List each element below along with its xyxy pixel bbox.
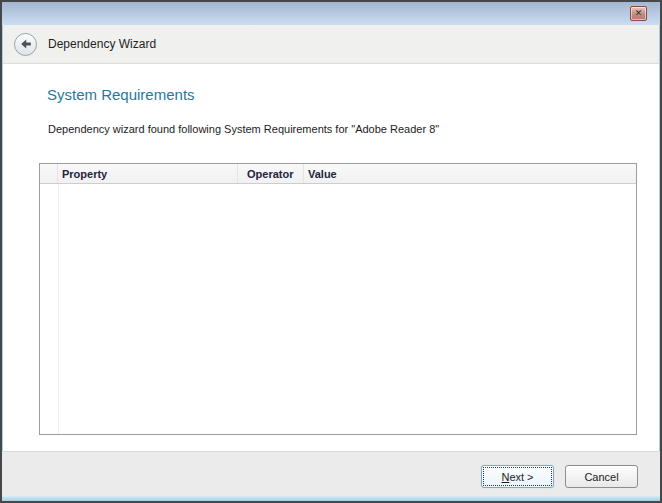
table-header-value[interactable]: Value (304, 164, 636, 183)
table-header-row: Property Operator Value (40, 164, 636, 184)
selector-column-divider (58, 184, 59, 434)
window-bottom-edge (2, 496, 660, 501)
close-icon: ✕ (635, 8, 643, 18)
wizard-title: Dependency Wizard (48, 37, 156, 51)
wizard-footer: Next > Cancel (2, 451, 660, 501)
table-header-selector (40, 164, 58, 183)
titlebar: ✕ (2, 2, 660, 25)
table-header-operator[interactable]: Operator (238, 164, 304, 183)
cancel-button[interactable]: Cancel (565, 465, 638, 488)
page-title: System Requirements (47, 86, 195, 103)
footer-buttons: Next > Cancel (481, 465, 638, 488)
page-description: Dependency wizard found following System… (48, 123, 439, 135)
wizard-header: Dependency Wizard (2, 25, 660, 64)
dependency-wizard-window: ✕ Dependency Wizard System Requirements … (0, 0, 662, 503)
table-header-property[interactable]: Property (58, 164, 238, 183)
requirements-table: Property Operator Value (39, 163, 637, 435)
next-button[interactable]: Next > (481, 465, 554, 488)
close-button[interactable]: ✕ (630, 6, 647, 21)
next-button-label: ext > (509, 471, 533, 483)
table-body-empty (40, 184, 636, 434)
wizard-content: System Requirements Dependency wizard fo… (3, 65, 659, 451)
arrow-left-icon (20, 39, 32, 49)
back-button[interactable] (14, 33, 37, 56)
